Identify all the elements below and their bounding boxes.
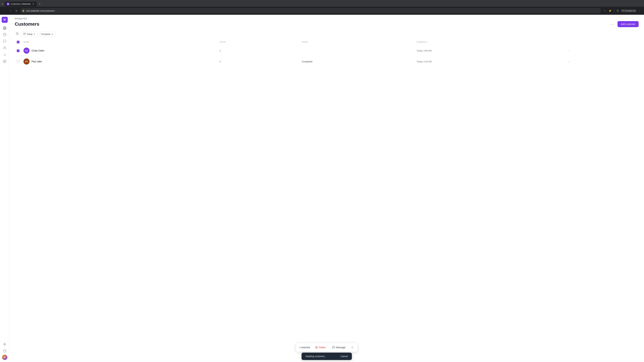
sidebar-item-help[interactable]	[2, 348, 8, 354]
new-tab-btn[interactable]: +	[38, 2, 42, 6]
indeterminate-icon: —	[17, 41, 19, 43]
customer-cell-2: PJ Paul Jake	[24, 58, 216, 64]
message-btn[interactable]: Message	[330, 345, 347, 350]
incognito-label: Incognito (2)	[625, 10, 635, 12]
back-btn[interactable]: ←	[2, 8, 7, 13]
sidebar-item-chat[interactable]	[2, 38, 8, 44]
extensions-btn[interactable]: ⚡	[608, 8, 612, 13]
home-icon	[3, 26, 6, 29]
tab-title: Customers | Waitwhile	[11, 3, 31, 5]
chart-icon	[3, 53, 6, 56]
customer-avatar-2: PJ	[24, 58, 30, 64]
sidebar-btn[interactable]: ☰	[615, 8, 620, 13]
sidebar-item-settings[interactable]	[2, 58, 8, 64]
table-row: PJ Paul Jake 1 Completed Today, 2:24 PM …	[15, 56, 639, 67]
customer-name-1[interactable]: Cindy Claire	[32, 49, 44, 52]
app: M M	[0, 15, 644, 362]
browser-chrome: ▼ M Customers | Waitwhile ✕ + ← → ↻ 🔒 ne…	[0, 0, 644, 15]
message-icon	[332, 346, 335, 349]
add-customer-btn[interactable]: Add customer	[618, 21, 639, 27]
td-checkbox-1[interactable]: ✓	[15, 45, 22, 56]
status-filter[interactable]: Complete ▼	[39, 32, 56, 36]
toolbar-actions: ☆ ⚡ ☰ 🥷 Incognito (2) ⋮	[602, 8, 642, 13]
status-filter-label: Complete	[41, 33, 50, 35]
td-checkbox-2[interactable]	[15, 56, 22, 67]
customer-avatar-1: CC	[24, 48, 30, 54]
sidebar-item-home[interactable]	[2, 25, 8, 31]
browser-tab-bar: ▼ M Customers | Waitwhile ✕ +	[0, 0, 644, 7]
sidebar-item-calendar[interactable]	[2, 31, 8, 37]
sidebar-item-integrations[interactable]	[2, 341, 8, 347]
selected-count: 1 selected	[299, 346, 310, 349]
row-more-btn-1[interactable]: ⋯	[566, 48, 572, 53]
row-checkbox-1[interactable]: ✓	[17, 49, 20, 52]
delete-btn[interactable]: Delete	[314, 345, 327, 350]
td-more-2: ⋯	[564, 56, 639, 67]
settings-icon	[3, 60, 6, 63]
tab-close-btn[interactable]: ✕	[32, 3, 35, 5]
customers-table-container: — NAME VISITS STATE UPDATED ↑↓	[10, 39, 644, 362]
row-checkbox-2[interactable]	[17, 60, 20, 62]
user-avatar[interactable]: M	[2, 355, 8, 360]
svg-point-8	[4, 61, 5, 62]
tab-favicon: M	[7, 3, 10, 5]
chat-icon	[3, 39, 6, 43]
message-label: Message	[336, 346, 346, 349]
url-text: new.waitwhile.com/customers	[26, 9, 599, 12]
search-icon	[16, 32, 19, 35]
th-actions	[564, 39, 639, 45]
users-icon	[3, 46, 6, 50]
customer-name-2[interactable]: Paul Jake	[32, 60, 42, 63]
customers-table: — NAME VISITS STATE UPDATED ↑↓	[15, 39, 639, 67]
menu-btn[interactable]: ⋮	[637, 8, 642, 13]
td-visits-2: 1	[218, 56, 300, 67]
td-updated-1: Today, 2:58 PM	[414, 45, 564, 56]
date-filter[interactable]: Today ▼	[21, 31, 38, 37]
page-title: Customers	[15, 21, 39, 27]
breadcrumb: Moodjoy7434	[15, 17, 639, 20]
browser-toolbar: ← → ↻ 🔒 new.waitwhile.com/customers ☆ ⚡ …	[0, 7, 644, 15]
toast-notification: Deleting customer... Cancel	[302, 353, 352, 360]
table-body: ✓ CC Cindy Claire 1 Today, 2:58 PM	[15, 45, 639, 67]
action-bar-close-btn[interactable]: ✕	[350, 345, 354, 350]
bottom-action-bar: 1 selected Delete Message ✕	[296, 343, 358, 352]
sidebar-item-users[interactable]	[2, 45, 8, 51]
sidebar-logo[interactable]: M	[2, 17, 8, 23]
sidebar-bottom: M	[2, 341, 8, 360]
svg-point-12	[16, 32, 18, 34]
main-content: Moodjoy7434 Customers ⋯ Add customer Tod…	[10, 15, 644, 362]
delete-icon	[315, 346, 318, 349]
table-row: ✓ CC Cindy Claire 1 Today, 2:58 PM	[15, 45, 639, 56]
select-all-checkbox[interactable]: —	[17, 41, 20, 43]
svg-rect-14	[24, 33, 26, 35]
row-more-btn-2[interactable]: ⋯	[566, 59, 572, 64]
address-bar[interactable]: 🔒 new.waitwhile.com/customers	[20, 8, 601, 13]
forward-btn[interactable]: →	[8, 8, 13, 13]
delete-label: Delete	[319, 346, 326, 349]
bookmark-btn[interactable]: ☆	[602, 8, 607, 13]
page-header: Moodjoy7434 Customers ⋯ Add customer	[10, 15, 644, 30]
td-visits-1: 1	[218, 45, 300, 56]
help-icon	[3, 349, 6, 353]
reload-btn[interactable]: ↻	[14, 8, 19, 13]
date-filter-chevron: ▼	[34, 33, 36, 35]
th-checkbox: —	[15, 39, 22, 45]
sidebar: M M	[0, 15, 10, 362]
svg-point-4	[4, 47, 5, 48]
page-actions: ⋯ Add customer	[610, 21, 639, 27]
toast-cancel-btn[interactable]: Cancel	[340, 355, 348, 358]
lightning-icon	[3, 343, 6, 346]
date-filter-label: Today	[27, 33, 32, 35]
svg-line-13	[18, 34, 18, 35]
search-btn[interactable]	[15, 31, 20, 37]
svg-marker-9	[3, 343, 6, 346]
td-state-1	[300, 45, 414, 56]
browser-tab-active[interactable]: M Customers | Waitwhile ✕	[5, 2, 37, 6]
sidebar-item-analytics[interactable]	[2, 52, 8, 58]
more-options-btn[interactable]: ⋯	[610, 21, 616, 27]
incognito-badge[interactable]: 🥷 Incognito (2)	[621, 9, 636, 12]
check-icon: ✓	[18, 50, 19, 52]
td-more-1: ⋯	[564, 45, 639, 56]
tab-expand-btn[interactable]: ▼	[1, 3, 3, 5]
td-name-2: PJ Paul Jake	[22, 56, 218, 67]
